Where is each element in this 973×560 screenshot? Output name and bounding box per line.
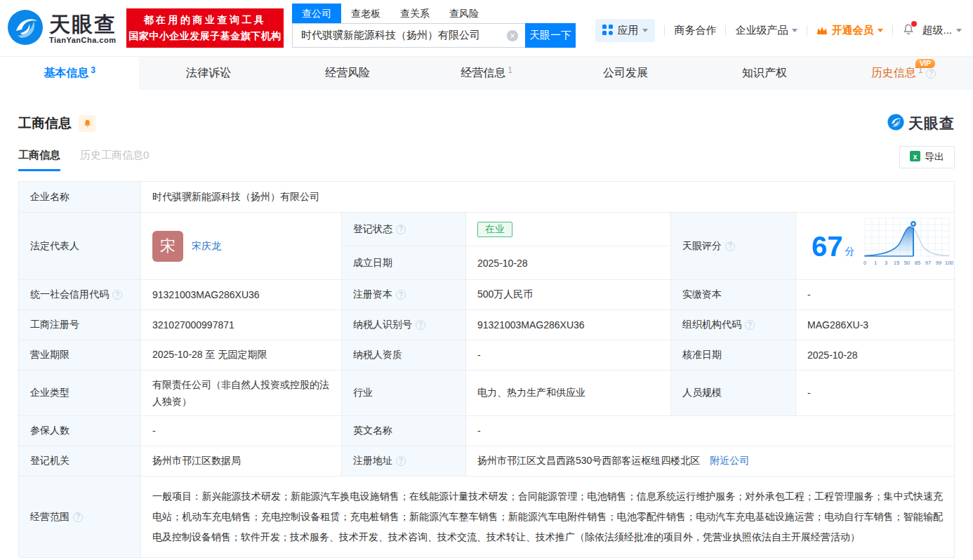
nav-divider [664, 25, 665, 36]
tab-ip-label: 知识产权 [742, 66, 787, 81]
nav-cooperation[interactable]: 商务合作 [674, 24, 716, 37]
search-tabs: 查公司 查老板 查关系 查风险 [292, 4, 576, 23]
table-row: 法定代表人 宋 宋庆龙 登记状态 在业 天眼评分 67 分 [19, 213, 955, 246]
brand-domain: TianYanCha.com [49, 36, 117, 44]
nearby-companies-link[interactable]: 附近公司 [710, 455, 749, 466]
legal-rep-cell: 宋 宋庆龙 [141, 213, 342, 280]
taxpayer-quality-label: 纳税人资质 [342, 340, 466, 371]
reg-status-label: 登记状态 [342, 213, 466, 246]
company-type-label: 企业类型 [19, 371, 141, 416]
search-area: 查公司 查老板 查关系 查风险 天眼一下 [292, 4, 576, 48]
company-type-value: 有限责任公司（非自然人投资或控股的法人独资） [141, 371, 342, 416]
staff-size-label: 人员规模 [671, 371, 796, 416]
search-tab-company[interactable]: 查公司 [292, 4, 341, 23]
header-nav: 应用 商务合作 企业级产品 开通会员 超级... [595, 19, 962, 42]
svg-text:50: 50 [904, 260, 909, 266]
clear-search-icon[interactable] [507, 30, 518, 41]
crown-icon [816, 26, 828, 36]
help-icon[interactable] [745, 320, 755, 330]
search-tab-relation[interactable]: 查关系 [390, 4, 439, 23]
nav-super-vip-label: 超级... [922, 24, 952, 37]
reg-capital-label: 注册资本 [342, 280, 466, 310]
tab-development-label: 公司发展 [603, 66, 648, 81]
tab-development[interactable]: 公司发展 [556, 57, 695, 90]
notification-bell[interactable] [902, 23, 915, 38]
taxpayer-id-label: 纳税人识别号 [342, 310, 466, 340]
org-code-value: MAG286XU-3 [796, 310, 955, 340]
subscribe-bell-button[interactable] [79, 115, 95, 132]
reg-address-cell: 扬州市邗江区文昌西路530号西部客运枢纽四楼北区 附近公司 [466, 446, 955, 476]
industry-value: 电力、热力生产和供应业 [466, 371, 671, 416]
export-button[interactable]: x 导出 [899, 146, 955, 168]
help-icon[interactable] [725, 241, 735, 251]
watermark-brand: 天眼查 [908, 114, 955, 133]
nav-enterprise[interactable]: 企业级产品 [735, 24, 797, 37]
help-icon[interactable] [396, 290, 406, 300]
insured-label: 参保人数 [19, 416, 141, 446]
score-label: 天眼评分 [671, 213, 796, 280]
reg-authority-value: 扬州市邗江区数据局 [141, 446, 342, 476]
banner-line1: 都在用的商业查询工具 [144, 12, 267, 28]
legal-rep-avatar[interactable]: 宋 [152, 231, 183, 262]
approval-date-value: 2025-10-28 [796, 340, 955, 371]
svg-text:1: 1 [873, 260, 876, 266]
nav-open-vip[interactable]: 开通会员 [816, 24, 883, 37]
chevron-down-icon [956, 29, 962, 32]
search-input[interactable] [292, 23, 525, 48]
english-name-value: - [466, 416, 955, 446]
reg-authority-label: 登记机关 [19, 446, 141, 476]
chevron-down-icon [792, 29, 797, 32]
help-icon[interactable] [112, 290, 122, 300]
business-info-table: 企业名称 时代骐骥新能源科技（扬州）有限公司 法定代表人 宋 宋庆龙 登记状态 … [18, 181, 955, 558]
legal-rep-link[interactable]: 宋庆龙 [192, 240, 221, 253]
org-code-label: 组织机构代码 [671, 310, 796, 340]
table-row: 企业类型 有限责任公司（非自然人投资或控股的法人独资） 行业 电力、热力生产和供… [19, 371, 955, 416]
section-title: 工商信息 [18, 114, 72, 133]
apps-icon [602, 25, 613, 37]
nav-apps-label: 应用 [617, 24, 638, 37]
business-term-value: 2025-10-28 至 无固定期限 [141, 340, 342, 371]
nav-enterprise-label: 企业级产品 [735, 24, 788, 37]
company-name-label: 企业名称 [19, 182, 141, 213]
score-unit: 分 [845, 246, 855, 258]
tab-legal[interactable]: 法律诉讼 [139, 57, 278, 90]
paid-capital-label: 实缴资本 [671, 280, 796, 310]
tab-basic-info[interactable]: 基本信息 3 [0, 57, 139, 90]
table-row: 统一社会信用代码 91321003MAG286XU36 注册资本 500万人民币… [19, 280, 955, 310]
chevron-down-icon [878, 29, 883, 32]
tab-operation[interactable]: 经营信息 1 [417, 57, 556, 90]
tab-ip[interactable]: 知识产权 [695, 57, 834, 90]
table-row: 经营范围 一般项目：新兴能源技术研发；新能源汽车换电设施销售；在线能源计量技术研… [19, 476, 955, 558]
nav-divider [807, 25, 807, 36]
help-icon[interactable] [396, 225, 406, 234]
promo-banner: 都在用的商业查询工具 国家中小企业发展子基金旗下机构 [126, 8, 284, 48]
legal-rep-label: 法定代表人 [19, 213, 141, 280]
search-tab-boss[interactable]: 查老板 [341, 4, 390, 23]
search-tab-risk[interactable]: 查风险 [439, 4, 489, 23]
company-tabbar: 基本信息 3 法律诉讼 经营风险 经营信息 1 公司发展 知识产权 VIP 历史… [0, 56, 973, 90]
tab-history[interactable]: VIP 历史信息 1 [834, 57, 973, 90]
status-badge: 在业 [477, 222, 512, 237]
subtab-business-info[interactable]: 工商信息 [18, 149, 60, 171]
tab-operation-label: 经营信息 [461, 66, 505, 81]
nav-divider [725, 25, 726, 36]
help-icon[interactable] [73, 512, 83, 522]
nav-super-vip[interactable]: 超级... [922, 24, 962, 37]
company-name-value: 时代骐骥新能源科技（扬州）有限公司 [141, 182, 955, 213]
help-icon[interactable] [396, 456, 406, 466]
credit-code-label: 统一社会信用代码 [19, 280, 141, 310]
tianyancha-logo-icon [7, 9, 44, 48]
taxpayer-quality-value: - [466, 340, 671, 371]
tianyancha-logo[interactable]: 天眼查 TianYanCha.com [7, 9, 117, 48]
tab-risk[interactable]: 经营风险 [278, 57, 417, 90]
help-icon[interactable] [416, 320, 425, 330]
top-header: 天眼查 TianYanCha.com 都在用的商业查询工具 国家中小企业发展子基… [0, 0, 973, 56]
tab-history-count: 1 [918, 65, 923, 75]
subtab-history-business-info[interactable]: 历史工商信息0 [80, 149, 149, 171]
nav-apps[interactable]: 应用 [595, 19, 655, 42]
establish-date-label: 成立日期 [342, 246, 466, 280]
tab-history-label: 历史信息 [871, 66, 916, 81]
help-icon[interactable] [926, 69, 936, 79]
brand-name: 天眼查 [49, 13, 117, 36]
search-button[interactable]: 天眼一下 [525, 23, 576, 48]
